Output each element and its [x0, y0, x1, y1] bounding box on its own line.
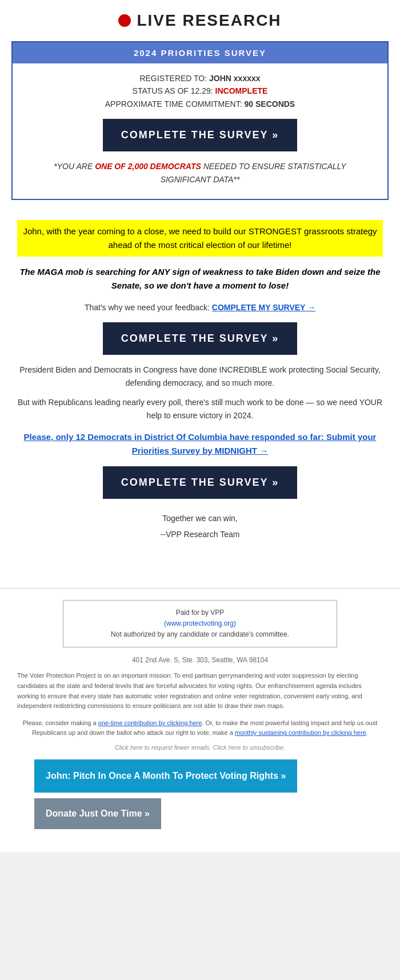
time-line: APPROXIMATE TIME COMMITMENT: 90 SECONDS [24, 98, 376, 110]
time-value: 90 SECONDS [245, 99, 295, 109]
highlight-yellow-text: John, with the year coming to a close, w… [17, 220, 383, 257]
para2: But with Republicans leading nearly ever… [17, 396, 383, 422]
paid-line2: (www.protectvoting.org) [70, 618, 330, 629]
sign-off: Together we can win, --VPP Research Team [17, 510, 383, 542]
header-inner: LIVE RESEARCH [0, 11, 400, 30]
registered-line: REGISTERED TO: JOHN xxxxxx [24, 72, 376, 85]
paid-link[interactable]: (www.protectvoting.org) [164, 619, 236, 627]
donate-one-time-button[interactable]: Donate Just One Time » [34, 798, 161, 829]
status-label: STATUS AS OF 12.29: [133, 86, 213, 95]
big-link[interactable]: Please, only 12 Democrats in District Of… [17, 430, 383, 458]
footer-unsubscribe: Click here to request fewer emails. Clic… [17, 744, 383, 751]
cta-center-1: COMPLETE THE SURVEY » [24, 119, 376, 151]
registered-name: JOHN xxxxxx [209, 74, 261, 83]
footer-contribution: Please, consider making a one-time contr… [17, 718, 383, 738]
pitch-in-button[interactable]: John: Pitch In Once A Month To Protect V… [34, 759, 297, 793]
sign-off-1: Together we can win, [17, 510, 383, 526]
complete-survey-button-1[interactable]: COMPLETE THE SURVEY » [103, 119, 297, 151]
email-container: LIVE RESEARCH 2024 PRIORITIES SURVEY REG… [0, 0, 400, 852]
cta-center-2: COMPLETE THE SURVEY » [17, 322, 383, 355]
bold-italic-para: The MAGA mob is searching for ANY sign o… [17, 265, 383, 293]
contribution-link-1[interactable]: one-time contribution by clicking here [98, 719, 202, 726]
paid-line3: Not authorized by any candidate or candi… [70, 629, 330, 640]
spacer [0, 554, 400, 588]
contribution-intro: Please, consider making a [23, 719, 98, 726]
complete-my-survey-link[interactable]: COMPLETE MY SURVEY → [212, 303, 315, 312]
contribution-link-2[interactable]: monthly sustaining contribution by click… [235, 729, 366, 736]
sign-off-2: --VPP Research Team [17, 526, 383, 542]
survey-header-label: 2024 PRIORITIES SURVEY [134, 48, 266, 58]
red-dot-icon [118, 14, 131, 27]
para1: President Biden and Democrats in Congres… [17, 363, 383, 389]
footer-paid-box: Paid for by VPP (www.protectvoting.org) … [63, 600, 337, 648]
survey-box: 2024 PRIORITIES SURVEY REGISTERED TO: JO… [11, 41, 389, 200]
footer-mission: The Voter Protection Project is on an im… [17, 671, 383, 711]
survey-box-body: REGISTERED TO: JOHN xxxxxx STATUS AS OF … [13, 63, 387, 199]
status-line: STATUS AS OF 12.29: INCOMPLETE [24, 85, 376, 97]
footer: Paid for by VPP (www.protectvoting.org) … [0, 588, 400, 853]
asterisk-before: *YOU ARE [54, 162, 95, 171]
body-content: John, with the year coming to a close, w… [0, 206, 400, 554]
complete-survey-button-3[interactable]: COMPLETE THE SURVEY » [103, 466, 297, 499]
time-label: APPROXIMATE TIME COMMITMENT: [105, 99, 242, 109]
feedback-intro: That's why we need your feedback: [85, 303, 210, 312]
footer-address: 401 2nd Ave. S, Ste. 303, Seattle, WA 98… [17, 656, 383, 664]
asterisk-highlight: ONE OF 2,000 DEMOCRATS [95, 162, 201, 171]
header-title: LIVE RESEARCH [137, 11, 281, 30]
survey-box-header: 2024 PRIORITIES SURVEY [13, 42, 387, 63]
unsubscribe-text: Click here to request fewer emails. Clic… [115, 744, 285, 751]
complete-survey-button-2[interactable]: COMPLETE THE SURVEY » [103, 322, 297, 355]
registered-label: REGISTERED TO: [139, 74, 207, 83]
paid-line1: Paid for by VPP [70, 607, 330, 618]
contribution-end: . [366, 729, 368, 736]
status-value: INCOMPLETE [215, 86, 268, 95]
header: LIVE RESEARCH [0, 0, 400, 35]
asterisk-text: *YOU ARE ONE OF 2,000 DEMOCRATS NEEDED T… [30, 160, 370, 186]
feedback-para: That's why we need your feedback: COMPLE… [17, 301, 383, 314]
cta-center-3: COMPLETE THE SURVEY » [17, 466, 383, 499]
